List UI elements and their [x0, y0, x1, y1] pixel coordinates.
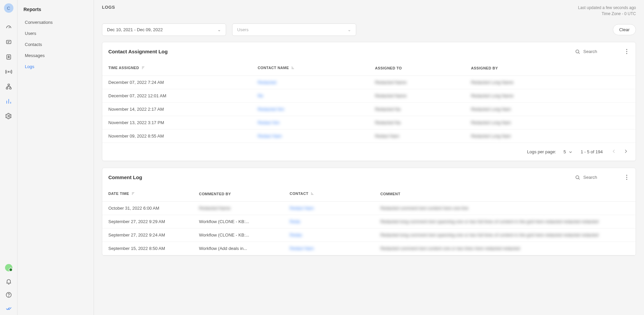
cell-contact[interactable]: Redac — [284, 228, 374, 242]
last-updated: Last updated a few seconds ago — [578, 5, 636, 11]
contact-log-menu[interactable] — [624, 48, 630, 55]
cell-commented-by: Workflow (CLONE - KB:... — [193, 215, 283, 228]
svg-point-3 — [8, 71, 9, 72]
broadcast-icon[interactable] — [5, 68, 13, 76]
cell-assigned-by: Redacted Long Name — [465, 76, 636, 89]
cell-time: November 14, 2022 2:17 AM — [102, 103, 252, 116]
contact-log-search[interactable] — [575, 49, 620, 55]
svg-rect-4 — [8, 84, 9, 86]
table-row: September 27, 2022 9:24 AMWorkflow (CLON… — [102, 228, 636, 242]
cell-contact-name[interactable]: Redact Nm — [252, 116, 369, 129]
cell-assigned-by: Redacted Long Name — [465, 89, 636, 103]
cell-time: November 09, 2022 8:55 AM — [102, 129, 252, 143]
presence-avatar[interactable] — [5, 264, 12, 271]
svg-rect-5 — [6, 88, 8, 89]
cell-contact[interactable]: Reda — [284, 215, 374, 228]
contact-log-footer: Logs per page: 5 1 - 5 of 194 — [102, 143, 636, 161]
comment-log-search[interactable] — [575, 174, 620, 180]
nav-logs[interactable]: Logs — [17, 61, 94, 72]
settings-icon[interactable] — [5, 112, 13, 120]
col-contact[interactable]: CONTACT — [284, 187, 374, 202]
table-row: November 13, 2022 3:17 PMRedact NmRedact… — [102, 116, 636, 129]
col-assigned-to[interactable]: ASSIGNED TO — [369, 61, 465, 76]
main: LOGS Last updated a few seconds ago Time… — [94, 0, 644, 315]
dashboard-icon[interactable] — [5, 23, 13, 32]
col-time-assigned[interactable]: TIME ASSIGNED — [102, 61, 252, 76]
search-icon — [575, 174, 581, 180]
table-row: September 27, 2022 9:29 AMWorkflow (CLON… — [102, 215, 636, 228]
cell-date: October 31, 2022 6:00 AM — [102, 202, 193, 215]
panel-title: Reports — [17, 5, 94, 17]
table-row: September 15, 2022 8:50 AMWorkflow (Add … — [102, 242, 636, 255]
cell-contact-name[interactable]: Re — [252, 89, 369, 103]
bell-icon[interactable] — [5, 277, 13, 285]
workspace-avatar[interactable]: C — [4, 3, 13, 13]
cell-assigned-to: Redacted Name — [369, 76, 465, 89]
nav-contacts[interactable]: Contacts — [17, 39, 94, 50]
col-contact-name[interactable]: CONTACT NAME — [252, 61, 369, 76]
cell-contact[interactable]: Redact Nam — [284, 242, 374, 255]
cell-contact[interactable]: Redact Nam — [284, 202, 374, 215]
table-row: December 07, 2022 12:01 AMReRedacted Nam… — [102, 89, 636, 103]
cell-contact-name[interactable]: Redacted — [252, 76, 369, 89]
cell-commented-by: Workflow (Add deals in... — [193, 242, 283, 255]
cell-time: December 07, 2022 7:24 AM — [102, 76, 252, 89]
cell-contact-name[interactable]: Redacted Nm — [252, 103, 369, 116]
col-commented-by[interactable]: COMMENTED BY — [193, 187, 283, 202]
main-header: LOGS Last updated a few seconds ago Time… — [94, 0, 644, 20]
nav-users[interactable]: Users — [17, 28, 94, 39]
workflow-icon[interactable] — [5, 83, 13, 91]
filters-bar: Dec 10, 2021 - Dec 09, 2022 ⌄ Users ⌄ Cl… — [94, 20, 644, 42]
comment-log-table: DATE TIME COMMENTED BY CONTACT COMMENT O… — [102, 187, 636, 255]
next-page-button[interactable] — [622, 148, 630, 156]
cell-date: September 27, 2022 9:24 AM — [102, 228, 193, 242]
contact-log-table: TIME ASSIGNED CONTACT NAME ASSIGNED TO A… — [102, 61, 636, 143]
users-filter-placeholder: Users — [237, 27, 249, 32]
cell-assigned-by: Redacted Long Nam — [465, 116, 636, 129]
date-range-select[interactable]: Dec 10, 2021 - Dec 09, 2022 ⌄ — [102, 23, 226, 36]
reports-icon[interactable] — [5, 97, 13, 105]
sort-icon — [131, 191, 136, 197]
cell-time: November 13, 2022 3:17 PM — [102, 116, 252, 129]
contact-log-search-input[interactable] — [583, 49, 620, 54]
col-comment[interactable]: COMMENT — [374, 187, 636, 202]
chevron-down-icon: ⌄ — [347, 27, 351, 32]
cell-time: December 07, 2022 12:01 AM — [102, 89, 252, 103]
comment-log-menu[interactable] — [624, 173, 630, 181]
contact-log-title: Contact Assignment Log — [108, 49, 168, 54]
comment-log-search-input[interactable] — [583, 175, 620, 180]
table-row: December 07, 2022 7:24 AMRedactedRedacte… — [102, 76, 636, 89]
table-row: November 14, 2022 2:17 AMRedacted NmReda… — [102, 103, 636, 116]
col-assigned-by[interactable]: ASSIGNED BY — [465, 61, 636, 76]
sort-icon — [141, 65, 146, 71]
search-icon — [575, 49, 581, 55]
svg-point-7 — [8, 115, 9, 117]
cell-assigned-to: Redacted Na — [369, 103, 465, 116]
svg-point-10 — [576, 50, 579, 53]
cell-assigned-by: Redacted Long Nam — [465, 129, 636, 143]
contact-assignment-card: Contact Assignment Log TIME ASSIGNED CON… — [102, 42, 636, 161]
svg-rect-0 — [6, 40, 11, 44]
nav-messages[interactable]: Messages — [17, 50, 94, 61]
per-page-select[interactable]: 5 — [564, 149, 573, 155]
cell-assigned-to: Redacted Name — [369, 89, 465, 103]
comment-log-card: Comment Log DATE TIME COMMENTED BY CONTA… — [102, 168, 636, 256]
chevron-down-icon — [568, 149, 573, 155]
page-range: 1 - 5 of 194 — [581, 149, 603, 154]
prev-page-button[interactable] — [610, 148, 618, 156]
nav-conversations[interactable]: Conversations — [17, 17, 94, 28]
reports-side-panel: Reports Conversations Users Contacts Mes… — [17, 0, 94, 315]
chevron-down-icon: ⌄ — [217, 27, 221, 32]
col-date-time[interactable]: DATE TIME — [102, 187, 193, 202]
help-icon[interactable] — [5, 291, 13, 299]
page-title: LOGS — [102, 5, 115, 10]
cell-contact-name[interactable]: Redact Nam — [252, 129, 369, 143]
table-row: November 09, 2022 8:55 AMRedact NamRedac… — [102, 129, 636, 143]
clear-button[interactable]: Clear — [613, 24, 636, 35]
double-check-icon[interactable] — [5, 304, 13, 312]
contact-icon[interactable] — [5, 53, 13, 61]
cell-assigned-to: Redacted Na — [369, 116, 465, 129]
users-filter-select[interactable]: Users ⌄ — [232, 23, 356, 36]
date-range-value: Dec 10, 2021 - Dec 09, 2022 — [107, 27, 163, 32]
chat-icon[interactable] — [5, 38, 13, 46]
